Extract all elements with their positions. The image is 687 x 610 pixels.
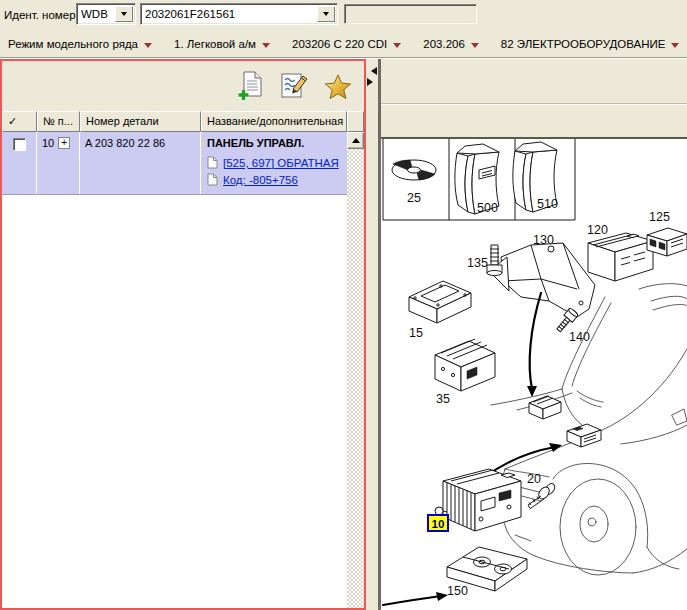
scroll-up-button[interactable]: [347, 132, 364, 149]
svg-text:20[interactable]: 20: [527, 472, 541, 486]
install-arrow-down: [530, 293, 541, 389]
menu-mode-label: Режим модельного ряда: [8, 38, 138, 50]
row-part-number: A 203 820 22 86: [80, 132, 201, 194]
parts-rows-area: 10 + A 203 820 22 86 ПАНЕЛЬ УПРАВЛ. [525…: [2, 132, 347, 608]
menu-dropdown-arrow-icon: [144, 43, 152, 48]
panel-splitter[interactable]: [366, 59, 378, 610]
header-scrollbar-spacer: [347, 111, 364, 132]
svg-text:120[interactable]: 120: [587, 223, 608, 237]
parts-table-header: ✓ № п... Номер детали Название/дополните…: [2, 111, 364, 132]
secondary-ident-field: [344, 4, 477, 24]
vin-combobox[interactable]: 2032061F261561: [140, 3, 338, 25]
menu-model-code[interactable]: 203.206: [412, 38, 490, 50]
svg-text:125[interactable]: 125: [649, 210, 670, 224]
menu-dropdown-arrow-icon: [393, 43, 401, 48]
header-part-number-column[interactable]: Номер детали: [80, 111, 201, 132]
vin-value[interactable]: 2032061F261561: [141, 4, 315, 24]
svg-text:35[interactable]: 35: [436, 392, 450, 406]
scroll-up-arrow-icon: [352, 134, 360, 143]
parts-table-body: 10 + A 203 820 22 86 ПАНЕЛЬ УПРАВЛ. [525…: [2, 132, 364, 608]
page-icon: [207, 156, 218, 169]
diagram-panel: 25 500 510: [378, 59, 687, 610]
page-icon: [207, 173, 218, 186]
favorites-star-icon[interactable]: [325, 74, 351, 99]
part-name: ПАНЕЛЬ УПРАВЛ.: [207, 136, 345, 149]
part-installed-module-a[interactable]: [529, 396, 561, 419]
menu-dropdown-arrow-icon: [671, 43, 679, 48]
menu-model-label: 203206 C 220 CDI: [292, 38, 387, 50]
header-check-column[interactable]: ✓: [2, 111, 37, 132]
row-pos-value: 10: [42, 137, 54, 149]
part-cd-25[interactable]: 25: [392, 160, 436, 205]
header-name-column[interactable]: Название/дополнительная: [201, 111, 347, 132]
diagram-panel-header: [381, 59, 687, 137]
footnote-link[interactable]: [525, 697] ОБРАТНАЯ: [223, 157, 339, 169]
epc-window: { "colors": { "window_bg": "#ece9d8", "s…: [0, 0, 687, 610]
collapse-right-arrow-icon[interactable]: [367, 78, 377, 86]
svg-text:15[interactable]: 15: [409, 326, 423, 340]
install-arrow-down-head: [527, 386, 537, 397]
svg-text:135[interactable]: 135: [467, 256, 488, 270]
bottom-arrow: [383, 596, 441, 605]
parts-list-panel: ✓ № п... Номер детали Название/дополните…: [0, 59, 366, 610]
menu-model[interactable]: 203206 C 220 CDI: [281, 38, 412, 50]
vin-dropdown-button[interactable]: [317, 6, 335, 22]
diagram-header-divider: [381, 104, 687, 105]
collapse-left-arrow-icon[interactable]: [367, 67, 377, 75]
part-bracket-130[interactable]: 130: [489, 233, 595, 317]
edit-notes-icon[interactable]: [280, 72, 308, 100]
menu-dropdown-arrow-icon: [262, 43, 270, 48]
ident-label: Идент. номер: [4, 0, 76, 30]
part-installed-module-b[interactable]: [567, 424, 601, 447]
menu-group[interactable]: 82 ЭЛЕКТРООБОРУДОВАНИЕ: [490, 38, 687, 50]
navigation-menubar: Режим модельного ряда 1. Легковой а/м 20…: [0, 30, 687, 59]
part-module-125[interactable]: 125: [647, 210, 687, 256]
ident-bar: Идент. номер WDB 2032061F261561: [0, 0, 687, 30]
add-note-document-icon[interactable]: [237, 71, 263, 101]
diagram-header-upper: [381, 59, 687, 104]
svg-text:500[interactable]: 500: [477, 201, 498, 215]
menu-model-code-label: 203.206: [423, 38, 465, 50]
svg-text:510[interactable]: 510: [537, 197, 558, 211]
svg-text:25[interactable]: 25: [407, 191, 421, 205]
menu-group-label: 82 ЭЛЕКТРООБОРУДОВАНИЕ: [501, 38, 666, 50]
header-pos-column[interactable]: № п...: [37, 111, 80, 132]
row-name-cell: ПАНЕЛЬ УПРАВЛ. [525, 697] ОБРАТНАЯ: [201, 132, 347, 194]
menu-vehicle-class[interactable]: 1. Легковой а/м: [163, 38, 281, 50]
parts-diagram: 25 500 510: [381, 137, 687, 610]
svg-text:10[interactable]: 10: [432, 518, 445, 530]
menu-dropdown-arrow-icon: [471, 43, 479, 48]
parts-list-scrollbar[interactable]: [347, 132, 364, 608]
part-bolt-135[interactable]: 135: [467, 245, 502, 276]
footnote-link-row: [525, 697] ОБРАТНАЯ: [207, 156, 345, 169]
main-split-area: ✓ № п... Номер детали Название/дополните…: [0, 59, 687, 610]
dropdown-arrow-icon: [323, 12, 329, 16]
dropdown-arrow-icon: [121, 12, 127, 16]
row-expand-button[interactable]: +: [58, 137, 70, 149]
part-module-35[interactable]: 35: [435, 339, 495, 406]
row-pos-cell: 10 +: [37, 132, 80, 194]
svg-text:150[interactable]: 150: [447, 584, 468, 598]
part-book-510[interactable]: 510: [513, 142, 558, 212]
table-row[interactable]: 10 + A 203 820 22 86 ПАНЕЛЬ УПРАВЛ. [525…: [2, 132, 347, 195]
scrollbar-track[interactable]: [347, 149, 364, 608]
wmi-value[interactable]: WDB: [77, 4, 113, 24]
menu-vehicle-class-label: 1. Легковой а/м: [174, 38, 256, 50]
parts-toolbar: [2, 61, 364, 111]
code-link[interactable]: Код: -805+756: [223, 174, 298, 186]
code-link-row: Код: -805+756: [207, 173, 345, 186]
wmi-combobox[interactable]: WDB: [76, 3, 136, 25]
highlighted-callout-10[interactable]: 10: [428, 515, 448, 531]
row-check-cell: [2, 132, 37, 194]
part-book-500[interactable]: 500: [455, 144, 499, 215]
part-module-15[interactable]: 15: [409, 281, 471, 340]
part-tray-150[interactable]: 150: [447, 547, 527, 598]
wmi-dropdown-button[interactable]: [115, 6, 133, 22]
row-checkbox[interactable]: [13, 138, 26, 151]
part-module-120[interactable]: 120: [587, 223, 653, 281]
menu-mode[interactable]: Режим модельного ряда: [8, 38, 163, 50]
